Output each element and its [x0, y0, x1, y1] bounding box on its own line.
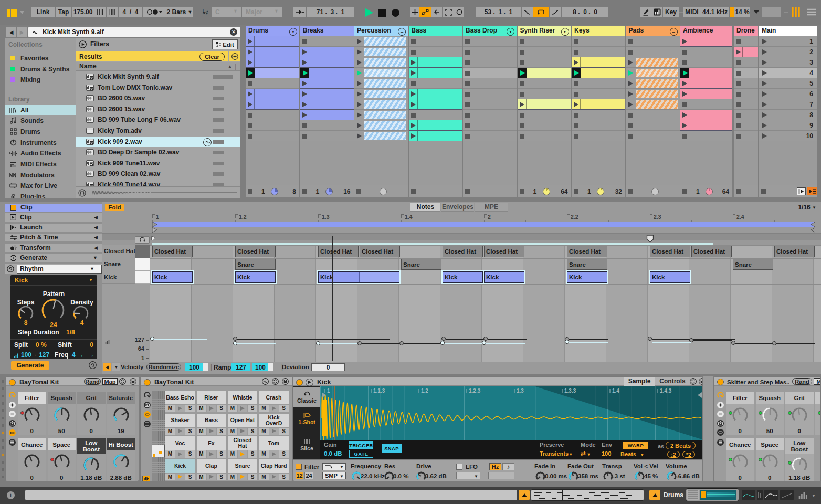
svg-text:1.3: 1.3: [517, 388, 524, 394]
svg-text:1.2: 1.2: [421, 388, 428, 394]
svg-text:1.2.3: 1.2.3: [469, 388, 481, 394]
svg-text:1.3.3: 1.3.3: [564, 388, 576, 394]
svg-text:1.1.3: 1.1.3: [373, 388, 385, 394]
svg-text:1.4.3: 1.4.3: [660, 388, 672, 394]
svg-text:1.4: 1.4: [612, 388, 619, 394]
svg-text:1: 1: [327, 388, 330, 394]
